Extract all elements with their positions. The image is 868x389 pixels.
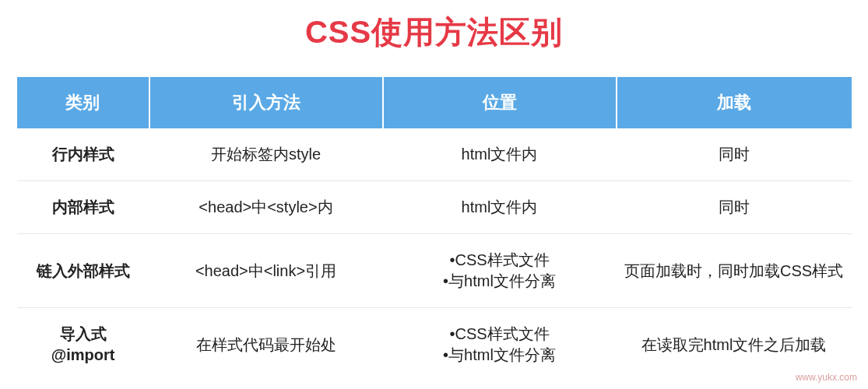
cell-category: 导入式 @import [17, 308, 149, 382]
cell-position: •CSS样式文件 •与html文件分离 [383, 234, 617, 308]
cell-method: 在样式代码最开始处 [149, 308, 383, 382]
title-wrap: CSS使用方法区别 [0, 0, 868, 77]
header-method: 引入方法 [149, 77, 383, 128]
header-row: 类别 引入方法 位置 加载 [17, 77, 852, 128]
page-title: CSS使用方法区别 [0, 11, 868, 54]
cell-method: 开始标签内style [149, 128, 383, 181]
header-category: 类别 [17, 77, 149, 128]
cell-method: <head>中<style>内 [149, 181, 383, 234]
header-load: 加载 [617, 77, 852, 128]
cell-load: 在读取完html文件之后加载 [617, 308, 852, 382]
cell-load: 同时 [617, 128, 852, 181]
header-position: 位置 [383, 77, 617, 128]
cell-category: 行内样式 [17, 128, 149, 181]
table-row: 链入外部样式 <head>中<link>引用 •CSS样式文件 •与html文件… [17, 234, 852, 308]
cell-position: •CSS样式文件 •与html文件分离 [383, 308, 617, 382]
cell-load: 页面加载时，同时加载CSS样式 [617, 234, 852, 308]
css-methods-table: 类别 引入方法 位置 加载 行内样式 开始标签内style html文件内 同时… [17, 77, 852, 381]
cell-load: 同时 [617, 181, 852, 234]
table-row: 行内样式 开始标签内style html文件内 同时 [17, 128, 852, 181]
cell-method: <head>中<link>引用 [149, 234, 383, 308]
cell-category: 内部样式 [17, 181, 149, 234]
table-row: 导入式 @import 在样式代码最开始处 •CSS样式文件 •与html文件分… [17, 308, 852, 382]
cell-position: html文件内 [383, 181, 617, 234]
table-row: 内部样式 <head>中<style>内 html文件内 同时 [17, 181, 852, 234]
cell-position: html文件内 [383, 128, 617, 181]
watermark-text: www.yukx.com [796, 372, 857, 383]
cell-category: 链入外部样式 [17, 234, 149, 308]
